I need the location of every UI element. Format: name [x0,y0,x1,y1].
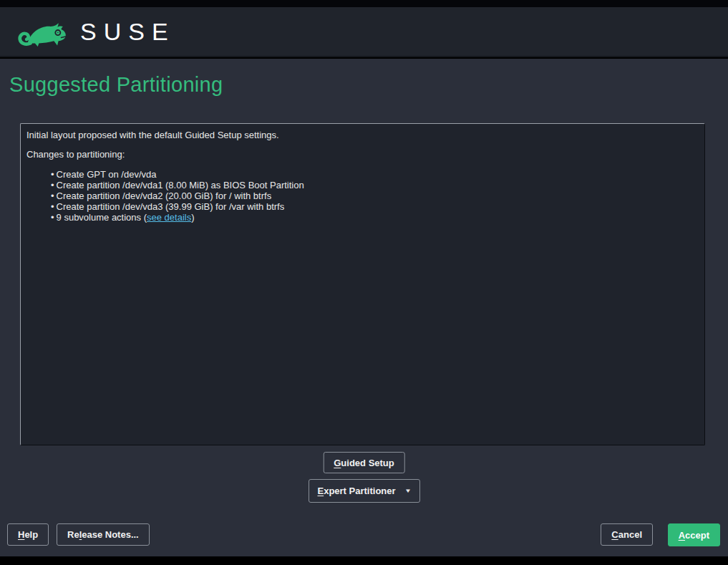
installer-window: SUSE Suggested Partitioning Initial layo… [0,0,728,565]
label-part: xpert Partitioner [324,486,395,496]
change-item-text: Create partition /dev/vda3 (39.99 GiB) f… [57,201,285,212]
bottom-screen-edge [0,556,728,565]
label-part: ease Notes... [82,529,139,540]
bullet-glyph: • [51,190,54,201]
suse-chameleon-icon [14,14,70,49]
release-notes-button[interactable]: Release Notes... [57,523,150,546]
label-part: elp [24,529,38,540]
label-part: uided Setup [341,458,394,468]
change-item: •Create partition /dev/vda3 (39.99 GiB) … [51,201,699,212]
suse-logo: SUSE [14,14,175,49]
cancel-button[interactable]: Cancel [601,523,653,546]
bullet-glyph: • [51,201,54,212]
see-details-link[interactable]: see details [147,212,191,223]
label-mnemonic: H [18,529,24,540]
bullet-glyph: • [51,212,54,223]
help-button[interactable]: Help [7,523,49,546]
change-item-text: Create GPT on /dev/vda [57,169,157,180]
label-part: ancel [618,529,642,540]
bullet-glyph: • [51,180,54,190]
label-part: Re [67,529,79,540]
changes-heading: Changes to partitioning: [26,149,699,160]
header-bar: SUSE [0,7,728,57]
guided-setup-button[interactable]: Guided Setup [323,452,405,473]
change-item: •Create partition /dev/vda2 (20.00 GiB) … [51,190,699,201]
subvolume-text-prefix: 9 subvolume actions ( [57,212,147,223]
main-area: Suggested Partitioning Initial layout pr… [0,59,728,556]
label-mnemonic: C [611,529,618,540]
top-screen-edge [0,0,728,7]
change-item-text: Create partition /dev/vda1 (8.00 MiB) as… [57,180,304,190]
change-item-text: Create partition /dev/vda2 (20.00 GiB) f… [57,190,272,201]
change-item: •Create partition /dev/vda1 (8.00 MiB) a… [51,180,699,190]
expert-partitioner-button[interactable]: Expert Partitioner ▼ [308,479,419,503]
proposal-intro-text: Initial layout proposed with the default… [26,130,699,140]
subvolume-text-suffix: ) [191,212,194,223]
change-item-subvolumes: •9 subvolume actions (see details) [51,212,699,223]
label-mnemonic: A [679,530,685,541]
label-part: ccept [685,530,709,541]
changes-list: •Create GPT on /dev/vda •Create partitio… [26,169,699,223]
suse-logo-text: SUSE [80,19,175,44]
label-mnemonic: G [334,458,341,468]
label-mnemonic: E [317,486,324,496]
change-item: •Create GPT on /dev/vda [51,169,699,180]
chevron-down-icon: ▼ [404,488,412,494]
proposal-summary-panel: Initial layout proposed with the default… [20,123,705,445]
page-title: Suggested Partitioning [9,73,223,97]
accept-button[interactable]: Accept [668,523,720,546]
bullet-glyph: • [51,169,54,180]
